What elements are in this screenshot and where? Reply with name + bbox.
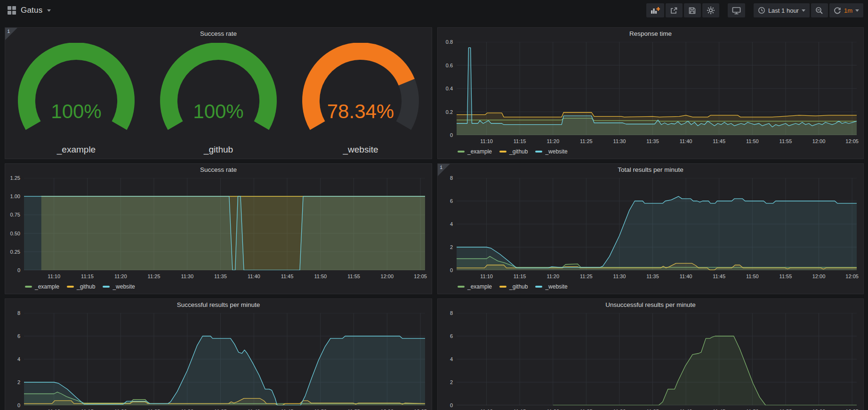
x-tick-label: 11:15 <box>514 138 526 144</box>
y-tick-label: 0.8 <box>446 39 453 45</box>
caret-down-icon <box>855 9 859 12</box>
panel-successful-results: Successful results per minute 02468 11:1… <box>5 298 432 410</box>
caret-down-icon[interactable] <box>47 9 51 12</box>
plot-area[interactable] <box>457 178 857 270</box>
x-tick-label: 11:55 <box>780 138 792 144</box>
x-tick-label: 11:50 <box>746 273 759 279</box>
successful-results-chart: 02468 11:1011:1511:2011:2511:3011:3511:4… <box>9 311 426 410</box>
y-tick-label: 0 <box>450 402 453 408</box>
x-tick-label: 11:25 <box>580 273 593 279</box>
x-tick-label: 11:45 <box>281 273 294 279</box>
x-tick-label: 11:10 <box>48 273 60 279</box>
x-tick-label: 11:40 <box>680 138 692 144</box>
x-tick-label: 11:30 <box>613 273 626 279</box>
y-tick-label: 6 <box>450 198 453 204</box>
settings-button[interactable] <box>702 3 719 17</box>
x-tick-label: 11:55 <box>347 273 360 279</box>
legend-item-_website[interactable]: _website <box>103 283 135 290</box>
x-tick-label: 11:45 <box>713 273 725 279</box>
success-rate-chart: 00.250.500.751.001.25 11:1011:1511:2011:… <box>9 176 426 291</box>
panel-response-time: Response time 00.20.40.60.8 11:1011:1511… <box>437 27 864 159</box>
gauge-value: 100% <box>148 100 289 123</box>
x-tick-label: 11:45 <box>713 138 725 144</box>
clock-icon <box>758 7 765 14</box>
time-range-picker[interactable]: Last 1 hour <box>754 3 810 17</box>
x-tick-label: 11:50 <box>746 138 759 144</box>
save-icon <box>688 7 696 15</box>
panel-success-rate-timeseries: Success rate 00.250.500.751.001.25 11:10… <box>5 163 432 294</box>
tv-mode-button[interactable] <box>728 3 745 17</box>
add-panel-button[interactable] <box>646 3 664 17</box>
legend-item-_github[interactable]: _github <box>499 148 528 155</box>
x-tick-label: 11:20 <box>114 273 127 279</box>
caret-down-icon <box>802 9 805 12</box>
response-time-chart: 00.20.40.60.8 11:1011:1511:2011:2511:301… <box>442 40 858 156</box>
x-tick-label: 11:50 <box>314 273 327 279</box>
gauge-_example: 100% _example <box>6 40 147 156</box>
x-tick-label: 12:00 <box>381 273 394 279</box>
plot-area[interactable] <box>457 313 857 405</box>
time-range-label: Last 1 hour <box>768 7 799 14</box>
panel-title[interactable]: Successful results per minute <box>5 301 432 308</box>
gauge-label: _github <box>148 145 289 155</box>
y-tick-label: 0.2 <box>446 109 453 115</box>
x-tick-label: 12:05 <box>845 273 859 279</box>
refresh-icon <box>834 7 841 14</box>
legend-item-_example[interactable]: _example <box>458 148 492 155</box>
zoom-out-button[interactable] <box>811 3 828 17</box>
x-tick-label: 11:10 <box>480 273 493 279</box>
y-tick-label: 8 <box>17 310 20 316</box>
y-tick-label: 8 <box>450 310 453 316</box>
x-tick-label: 11:35 <box>646 273 659 279</box>
x-tick-label: 11:35 <box>646 138 659 144</box>
x-tick-label: 12:05 <box>845 138 859 144</box>
y-tick-label: 0.4 <box>446 86 453 91</box>
plot-area[interactable] <box>24 178 425 270</box>
y-tick-label: 0.6 <box>446 63 453 68</box>
panel-unsuccessful-results: Unsuccessful results per minute 02468 11… <box>437 298 864 410</box>
x-tick-label: 11:35 <box>214 273 227 279</box>
x-tick-label: 11:40 <box>680 273 692 279</box>
y-tick-label: 4 <box>450 221 453 227</box>
legend-item-_example[interactable]: _example <box>25 283 59 290</box>
apps-grid-icon[interactable] <box>8 6 16 15</box>
legend-item-_github[interactable]: _github <box>499 283 528 290</box>
save-button[interactable] <box>684 3 701 17</box>
add-panel-icon <box>651 7 660 14</box>
legend-item-_website[interactable]: _website <box>535 283 567 290</box>
y-tick-label: 0.25 <box>10 249 20 255</box>
y-tick-label: 8 <box>450 175 453 181</box>
x-tick-label: 11:15 <box>514 273 526 279</box>
monitor-icon <box>732 7 741 15</box>
panel-title[interactable]: Unsuccessful results per minute <box>438 301 863 308</box>
y-tick-label: 6 <box>17 333 20 339</box>
x-tick-label: 11:20 <box>547 273 559 279</box>
y-tick-label: 0.50 <box>10 231 20 236</box>
panel-title[interactable]: Response time <box>438 30 863 37</box>
x-tick-label: 11:30 <box>613 138 626 144</box>
y-tick-label: 0 <box>450 267 453 273</box>
gear-icon <box>707 6 715 15</box>
x-tick-label: 11:25 <box>148 273 161 279</box>
x-tick-label: 11:20 <box>547 138 559 144</box>
legend-item-_github[interactable]: _github <box>67 283 95 290</box>
share-button[interactable] <box>666 3 683 17</box>
panel-title[interactable]: Success rate <box>5 30 432 37</box>
plot-area[interactable] <box>24 313 425 405</box>
plot-area[interactable] <box>457 42 857 135</box>
y-tick-label: 2 <box>450 244 453 250</box>
legend-item-_example[interactable]: _example <box>458 283 492 290</box>
legend-item-_website[interactable]: _website <box>535 148 567 155</box>
panel-title[interactable]: Success rate <box>5 166 432 173</box>
gauges-row: 100% _example 100% _github 78.34% _websi… <box>5 40 432 157</box>
y-tick-label: 1.00 <box>10 193 20 199</box>
x-tick-label: 11:15 <box>81 273 94 279</box>
x-tick-label: 11:55 <box>780 273 792 279</box>
panel-title[interactable]: Total results per minute <box>438 166 863 173</box>
x-tick-label: 11:25 <box>580 138 593 144</box>
refresh-picker[interactable]: 1m <box>829 3 863 17</box>
refresh-interval-label: 1m <box>844 7 852 14</box>
dashboard-title[interactable]: Gatus <box>21 6 42 15</box>
y-tick-label: 0 <box>450 132 453 138</box>
panel-success-rate-gauges: i Success rate 100% _example 100% _githu… <box>5 27 432 159</box>
